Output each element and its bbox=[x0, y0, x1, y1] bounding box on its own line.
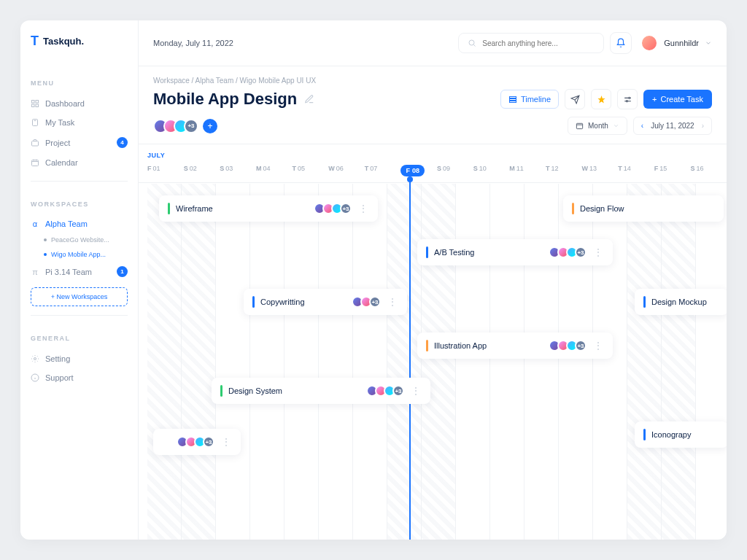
task-card-wireframe[interactable]: Wireframe +3 ⋮ bbox=[159, 195, 378, 222]
user-menu[interactable]: Gunnhildr bbox=[640, 34, 712, 52]
svg-rect-11 bbox=[509, 99, 516, 101]
svg-rect-3 bbox=[36, 104, 39, 107]
notification-button[interactable] bbox=[610, 32, 632, 54]
nav-support[interactable]: Support bbox=[31, 368, 128, 387]
app-name: Taskquh. bbox=[43, 36, 84, 47]
sidebar: T Taskquh. MENU Dashboard My Task Projec… bbox=[20, 20, 139, 540]
filter-button[interactable] bbox=[617, 89, 638, 109]
nav-label: Setting bbox=[45, 354, 70, 363]
range-dropdown[interactable]: Month bbox=[568, 117, 627, 135]
task-card-abtesting[interactable]: A/B Testing +3 ⋮ bbox=[417, 239, 613, 265]
share-button[interactable] bbox=[565, 89, 585, 109]
day-column[interactable]: F 01 bbox=[147, 165, 184, 176]
day-column[interactable]: S 03 bbox=[220, 165, 256, 176]
task-card-designsystem[interactable]: Design System +3 ⋮ bbox=[212, 378, 430, 404]
username: Gunnhildr bbox=[664, 39, 699, 47]
task-menu-button[interactable]: ⋮ bbox=[220, 437, 232, 447]
pi-badge: 1 bbox=[117, 266, 128, 277]
calendar-icon bbox=[576, 122, 584, 130]
ws-child-peacego[interactable]: PeaceGo Website... bbox=[44, 233, 128, 247]
task-avatars: +3 bbox=[549, 246, 587, 258]
add-member-button[interactable]: + bbox=[203, 119, 217, 133]
prev-date-button[interactable]: ‹ bbox=[641, 122, 643, 130]
svg-point-9 bbox=[469, 40, 474, 45]
date-navigator: ‹ July 11, 2022 › bbox=[633, 117, 712, 135]
day-column[interactable]: S 09 bbox=[437, 165, 473, 176]
favorite-button[interactable] bbox=[591, 89, 611, 109]
today-date: Monday, July 11, 2022 bbox=[153, 39, 233, 47]
workspace-pi[interactable]: π Pi 3.14 Team 1 bbox=[31, 262, 128, 281]
timeline-view-button[interactable]: Timeline bbox=[500, 90, 559, 109]
task-card-designmockup[interactable]: Design Mockup bbox=[635, 289, 727, 315]
day-column[interactable]: S 02 bbox=[184, 165, 220, 176]
day-column[interactable]: S 16 bbox=[690, 165, 727, 176]
nav-mytask[interactable]: My Task bbox=[31, 113, 128, 132]
task-card-iconography[interactable]: Iconograpy bbox=[635, 421, 727, 448]
search-box[interactable] bbox=[458, 33, 604, 53]
task-menu-button[interactable]: ⋮ bbox=[592, 341, 604, 351]
month-label: JULY bbox=[147, 152, 165, 159]
day-column[interactable]: F 08 bbox=[400, 165, 437, 176]
task-card-avatars-only[interactable]: +3 ⋮ bbox=[153, 429, 241, 455]
day-column[interactable]: F 15 bbox=[654, 165, 691, 176]
nav-dashboard[interactable]: Dashboard bbox=[31, 94, 128, 113]
breadcrumb[interactable]: Workspace / Alpha Team / Wigo Mobile App… bbox=[153, 77, 712, 85]
nav-label: My Task bbox=[45, 118, 74, 127]
logo[interactable]: T Taskquh. bbox=[31, 34, 128, 49]
next-date-button[interactable]: › bbox=[702, 122, 704, 130]
search-icon bbox=[468, 39, 476, 47]
chevron-down-icon bbox=[705, 39, 712, 47]
task-menu-button[interactable]: ⋮ bbox=[357, 203, 369, 214]
task-color-bar bbox=[168, 203, 170, 214]
day-column[interactable]: T 12 bbox=[546, 165, 582, 176]
nav-calendar[interactable]: Calendar bbox=[31, 153, 128, 172]
chevron-down-icon bbox=[613, 122, 619, 129]
day-column[interactable]: M 04 bbox=[256, 165, 293, 176]
day-column[interactable]: T 14 bbox=[618, 165, 654, 176]
new-workspace-button[interactable]: + New Workspaces bbox=[31, 287, 128, 306]
task-menu-button[interactable]: ⋮ bbox=[410, 386, 422, 396]
search-input[interactable] bbox=[482, 39, 595, 47]
task-menu-button[interactable]: ⋮ bbox=[387, 297, 398, 307]
svg-rect-10 bbox=[509, 97, 516, 98]
star-icon bbox=[597, 95, 606, 104]
nav-project[interactable]: Project 4 bbox=[31, 132, 128, 153]
edit-icon[interactable] bbox=[304, 94, 314, 104]
task-color-bar bbox=[643, 429, 646, 440]
page-header: Workspace / Alpha Team / Wigo Mobile App… bbox=[139, 66, 727, 144]
task-color-bar bbox=[643, 296, 646, 308]
svg-point-14 bbox=[626, 100, 627, 101]
ws-child-wigo[interactable]: Wigo Mobile App... bbox=[44, 247, 128, 262]
svg-rect-12 bbox=[509, 101, 516, 103]
create-task-button[interactable]: + Create Task bbox=[643, 90, 712, 109]
today-indicator bbox=[409, 179, 411, 540]
logo-mark-icon: T bbox=[31, 34, 39, 49]
day-column[interactable]: S 10 bbox=[473, 165, 510, 176]
task-color-bar bbox=[252, 296, 255, 308]
bell-icon bbox=[616, 38, 626, 48]
task-card-illustration[interactable]: Illustration App +3 ⋮ bbox=[417, 332, 613, 359]
day-column[interactable]: W 06 bbox=[328, 165, 365, 176]
day-column[interactable]: T 05 bbox=[293, 165, 329, 176]
workspace-alpha[interactable]: α Alpha Team bbox=[31, 215, 128, 233]
day-column[interactable]: W 13 bbox=[582, 165, 619, 176]
day-column[interactable]: M 11 bbox=[509, 165, 546, 176]
svg-rect-2 bbox=[32, 104, 35, 107]
task-color-bar bbox=[426, 340, 428, 351]
task-card-copywriting[interactable]: Copywritting +3 ⋮ bbox=[244, 289, 407, 315]
grid-icon bbox=[31, 99, 39, 108]
task-menu-button[interactable]: ⋮ bbox=[592, 247, 604, 257]
task-color-bar bbox=[572, 203, 574, 214]
task-color-bar bbox=[220, 385, 222, 397]
general-section-label: GENERAL bbox=[31, 335, 128, 342]
member-avatars[interactable]: +3 bbox=[153, 119, 198, 133]
clipboard-icon bbox=[31, 118, 39, 127]
topbar: Monday, July 11, 2022 Gunnhildr bbox=[139, 20, 727, 66]
day-column[interactable]: T 07 bbox=[365, 165, 401, 176]
svg-point-13 bbox=[628, 97, 630, 98]
task-card-designflow[interactable]: Design Flow bbox=[563, 195, 724, 222]
timeline-grid bbox=[147, 184, 727, 540]
svg-rect-0 bbox=[32, 101, 35, 104]
nav-setting[interactable]: Setting bbox=[31, 349, 128, 368]
ws-label: Alpha Team bbox=[45, 219, 88, 228]
